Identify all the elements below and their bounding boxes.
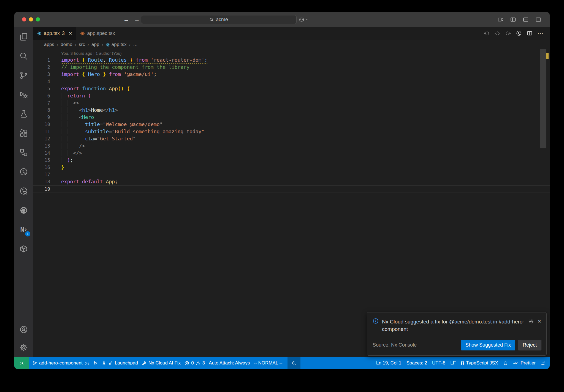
run-target-icon[interactable]	[516, 30, 522, 36]
copilot-menu[interactable]	[299, 12, 308, 27]
activity-item-project-structure[interactable]	[14, 143, 33, 162]
code-line[interactable]: 12 cta="Get Started"	[33, 135, 550, 142]
code-line[interactable]: 6 return (	[33, 92, 550, 99]
status-cursor-position[interactable]: Ln 19, Col 1	[376, 357, 402, 369]
activity-item-testing[interactable]	[14, 104, 33, 124]
code-line[interactable]: 14 </>	[33, 149, 550, 157]
close-button[interactable]	[22, 17, 26, 21]
zoom-button[interactable]	[36, 17, 40, 21]
code-line[interactable]: 16}	[33, 164, 550, 171]
tab-app.spec.tsx[interactable]: app.spec.tsx	[76, 27, 119, 40]
line-number: 18	[33, 178, 50, 185]
activity-item-explorer[interactable]	[14, 27, 33, 47]
editor-scrollbar[interactable]	[540, 49, 550, 357]
breadcrumb-item[interactable]: src	[79, 42, 85, 47]
desktop: { "colors": { "accent_blue": "#0078D4", …	[0, 0, 564, 392]
status-notifications[interactable]	[541, 357, 545, 369]
back-arrow-icon[interactable]: ←	[123, 16, 129, 23]
activity-item-nx-graph[interactable]	[14, 162, 33, 181]
code-line[interactable]: 3import { Hero } from '@acme/ui';	[33, 71, 550, 78]
line-number: 7	[33, 99, 50, 107]
status-indentation[interactable]: Spaces: 2	[406, 357, 427, 369]
activity-item-nx-console[interactable]: N›1	[14, 220, 33, 239]
breadcrumb-item[interactable]: demo	[61, 42, 72, 47]
line-text	[50, 78, 61, 85]
status-nx-cloud-ai-fix[interactable]: Nx Cloud AI Fix	[142, 357, 181, 369]
code-line[interactable]: 13 />	[33, 142, 550, 149]
status-zoom-indicator[interactable]	[288, 357, 300, 369]
forward-arrow-icon[interactable]: →	[134, 16, 140, 23]
tab-app.tsx[interactable]: app.tsx3✕	[33, 27, 76, 40]
code-editor[interactable]: You, 3 hours ago | 1 author (You) 1impor…	[33, 49, 550, 357]
toggle-panel-icon[interactable]	[523, 17, 529, 23]
code-line[interactable]: 11 subtitle="Build something amazing tod…	[33, 128, 550, 135]
status-vim-mode[interactable]: -- NORMAL --	[254, 357, 282, 369]
status-problems[interactable]: 03	[185, 357, 205, 369]
warning-icon	[196, 361, 200, 366]
status-label: Auto Attach: Always	[209, 360, 250, 366]
breadcrumb-label: demo	[61, 42, 72, 47]
code-line[interactable]: 7 <>	[33, 99, 550, 107]
code-line[interactable]: 17	[33, 171, 550, 178]
customize-layout-icon[interactable]	[497, 17, 503, 23]
activity-item-account[interactable]	[14, 320, 33, 339]
code-line[interactable]: 2// importing the component from the lib…	[33, 64, 550, 71]
notification-toast: Nx Cloud suggested a fix for @acme/demo:…	[367, 312, 547, 356]
status-auto-attach[interactable]: Auto Attach: Always	[209, 357, 250, 369]
activity-item-nx-graph-search[interactable]	[14, 181, 33, 201]
toggle-secondary-sidebar-icon[interactable]	[535, 17, 541, 23]
code-line[interactable]: 8 <h1>Home</h1>	[33, 107, 550, 114]
code-line[interactable]: 4	[33, 78, 550, 85]
code-line[interactable]: 19	[33, 185, 550, 192]
line-text: <>	[50, 99, 79, 107]
activity-item-search[interactable]	[14, 47, 33, 66]
vscode-window: ← → acme N›1 app.tsx3✕app.spec.tsx ⋯ app…	[14, 12, 550, 369]
toggle-primary-sidebar-icon[interactable]	[510, 17, 516, 23]
activity-item-source-control[interactable]	[14, 66, 33, 85]
line-text: return (	[50, 92, 91, 99]
show-suggested-fix-button[interactable]: Show Suggested Fix	[461, 340, 515, 350]
code-line[interactable]: 18export default App;	[33, 178, 550, 185]
status-launchpad[interactable]: Launchpad	[102, 357, 138, 369]
code-line[interactable]: 15 );	[33, 157, 550, 164]
activity-item-extensions[interactable]	[14, 124, 33, 143]
status-encoding[interactable]: UTF-8	[432, 357, 445, 369]
breadcrumb-item[interactable]: …	[133, 42, 138, 47]
reject-button[interactable]: Reject	[518, 340, 541, 350]
line-text: cta="Get Started"	[50, 135, 136, 142]
braces-icon: {}	[461, 361, 464, 366]
line-number: 13	[33, 142, 50, 149]
more-actions-icon[interactable]: ⋯	[537, 30, 544, 37]
activity-item-edge-browser[interactable]	[14, 201, 33, 220]
code-line[interactable]: 10 title="Welcmoe @acme/demo"	[33, 121, 550, 128]
status-formatter[interactable]: ✓✓Prettier	[513, 357, 536, 369]
status-git-branch-status[interactable]: add-hero-component	[32, 357, 89, 369]
close-icon[interactable]: ✕	[69, 31, 72, 36]
breadcrumb-item[interactable]: app	[91, 42, 99, 47]
breadcrumb-item[interactable]: app.tsx	[106, 42, 127, 47]
scrollbar-thumb[interactable]	[540, 49, 546, 148]
activity-item-run-and-debug[interactable]	[14, 85, 33, 104]
extensions-icon	[19, 129, 28, 138]
breadcrumb-item[interactable]: apps	[44, 42, 54, 47]
status-source-control-graph[interactable]	[93, 357, 98, 369]
code-line[interactable]: 9 <Hero	[33, 114, 550, 121]
split-editor-icon[interactable]	[527, 30, 533, 36]
notification-settings-gear-icon[interactable]	[528, 319, 534, 324]
status-label: Prettier	[520, 360, 536, 366]
code-line[interactable]: 1import { Route, Routes } from 'react-ro…	[33, 56, 550, 64]
status-language-mode[interactable]: {}TypeScript JSX	[461, 357, 498, 369]
command-center-search[interactable]: acme	[141, 15, 297, 24]
code-line[interactable]: 5export function App() {	[33, 85, 550, 92]
activity-item-container[interactable]	[14, 239, 33, 258]
copilot-icon	[503, 361, 508, 366]
activity-item-settings[interactable]	[14, 339, 33, 357]
status-eol[interactable]: LF	[450, 357, 456, 369]
nav-circle-icon[interactable]	[494, 30, 500, 36]
minimize-button[interactable]	[29, 17, 33, 21]
close-icon[interactable]: ✕	[538, 318, 541, 324]
nav-forward-circle-icon[interactable]	[505, 30, 511, 36]
nav-back-circle-icon[interactable]	[484, 30, 490, 36]
remote-indicator[interactable]	[14, 357, 29, 369]
status-copilot-status[interactable]	[503, 357, 508, 369]
